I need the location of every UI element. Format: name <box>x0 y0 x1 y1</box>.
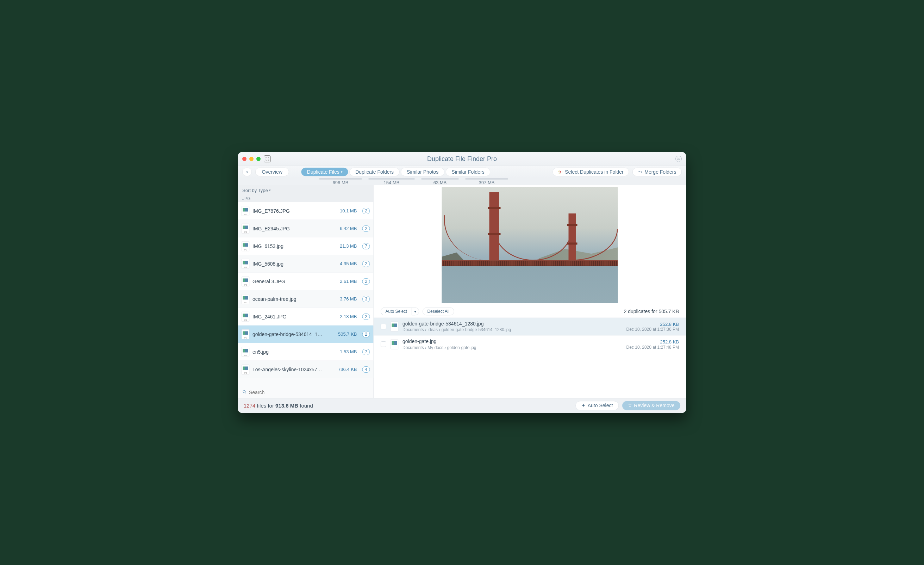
duplicate-info: golden-gate.jpgDocuments › My docs › gol… <box>402 339 622 350</box>
preview-image <box>442 187 618 303</box>
file-thumb-icon <box>242 329 249 339</box>
tab-size: 63 MB <box>434 180 447 185</box>
tab-label: Similar Folders <box>452 169 484 175</box>
app-window: Duplicate File Finder Pro Overview Dupli… <box>238 152 686 413</box>
deselect-all-button[interactable]: Deselect All <box>423 308 454 315</box>
file-row[interactable]: IMG_5608.jpg4.95 MB2 <box>238 255 374 273</box>
toolbar: Overview Duplicate Files ▾ Duplicate Fol… <box>238 165 686 178</box>
file-size: 4.95 MB <box>340 261 357 267</box>
tab-label: Duplicate Folders <box>355 169 394 175</box>
duplicate-path: Documents › ideas › golden-gate-bridge-5… <box>402 327 622 332</box>
file-list: IMG_E7876.JPG10.1 MB2IMG_E2945.JPG6.42 M… <box>238 202 374 387</box>
select-checkbox[interactable] <box>381 342 386 347</box>
zoom-window-button[interactable] <box>256 157 261 161</box>
duplicate-info: golden-gate-bridge-534614_1280.jpgDocume… <box>402 321 622 332</box>
file-thumb-icon <box>242 347 249 357</box>
file-row[interactable]: golden-gate-bridge-534614_1…505.7 KB2 <box>238 326 374 343</box>
svg-point-0 <box>678 159 678 160</box>
duplicate-meta: 252.8 KBDec 10, 2020 at 1:27:48 PM <box>627 339 679 350</box>
file-name: IMG_E7876.JPG <box>252 208 337 214</box>
footer-auto-select-button[interactable]: ✦ Auto Select <box>576 401 619 410</box>
footer-status: 1274 files for 913.6 MB found <box>244 403 313 409</box>
svg-point-1 <box>243 391 245 393</box>
file-name: IMG_5608.jpg <box>252 261 337 267</box>
minimize-window-button[interactable] <box>249 157 254 161</box>
duplicate-name: golden-gate.jpg <box>402 339 622 344</box>
duplicate-row[interactable]: golden-gate-bridge-534614_1280.jpgDocume… <box>374 318 686 336</box>
duplicate-path: Documents › My docs › golden-gate.jpg <box>402 345 622 350</box>
review-remove-label: Review & Remove <box>634 403 674 408</box>
tab-label: Similar Photos <box>407 169 438 175</box>
file-row[interactable]: IMG_E7876.JPG10.1 MB2 <box>238 202 374 220</box>
preview-area <box>374 185 686 305</box>
select-duplicates-label: Select Duplicates in Folder <box>565 169 624 175</box>
file-row[interactable]: en5.jpg1.53 MB7 <box>238 343 374 361</box>
sort-dropdown[interactable]: Sort by Type ▾ <box>238 185 374 195</box>
close-window-button[interactable] <box>242 157 246 161</box>
file-thumb-icon <box>242 365 249 374</box>
file-size: 6.42 MB <box>340 226 357 231</box>
chevron-down-icon: ▾ <box>414 309 416 314</box>
app-scan-icon <box>264 155 271 162</box>
file-thumb-icon <box>242 312 249 322</box>
file-row[interactable]: ocean-palm-tree.jpg3.76 MB3 <box>238 290 374 308</box>
deselect-label: Deselect All <box>427 309 449 314</box>
duplicate-size: 252.8 KB <box>627 339 679 345</box>
duplicate-meta: 252.8 KBDec 10, 2020 at 1:27:36 PM <box>627 321 679 332</box>
sidebar: Sort by Type ▾ JPG IMG_E7876.JPG10.1 MB2… <box>238 185 374 398</box>
duplicate-count-badge: 2 <box>362 314 370 320</box>
duplicate-row[interactable]: golden-gate.jpgDocuments › My docs › gol… <box>374 336 686 354</box>
tab-duplicate-files[interactable]: Duplicate Files ▾ <box>301 168 348 176</box>
wand-icon: ✦ <box>581 403 586 409</box>
file-row[interactable]: General 3.JPG2.61 MB2 <box>238 273 374 290</box>
file-size: 10.1 MB <box>340 208 357 214</box>
back-button[interactable] <box>242 168 252 176</box>
file-thumb-icon <box>242 241 249 251</box>
tab-similar-photos[interactable]: Similar Photos <box>401 168 444 176</box>
status-mid: files for <box>255 403 275 409</box>
duplicate-count-badge: 2 <box>362 261 370 267</box>
search-input[interactable] <box>249 389 369 395</box>
merge-icon: ⤳ <box>638 169 642 175</box>
detail-toolbar: Auto Select ▾ Deselect All 2 duplicates … <box>374 305 686 318</box>
tab-sizes-row: 696 MB 154 MB 63 MB 397 MB <box>238 178 686 185</box>
file-row[interactable]: IMG_E2945.JPG6.42 MB2 <box>238 220 374 237</box>
duplicate-summary: 2 duplicates for 505.7 KB <box>624 308 679 314</box>
chevron-down-icon: ▾ <box>341 170 343 174</box>
file-row[interactable]: IMG_6153.jpg21.3 MB7 <box>238 237 374 255</box>
group-header: JPG <box>238 195 374 202</box>
duplicate-size: 252.8 KB <box>627 321 679 327</box>
file-thumb-icon <box>242 206 249 216</box>
overview-button[interactable]: Overview <box>255 168 289 176</box>
rss-icon[interactable] <box>675 156 682 162</box>
file-thumb-icon <box>242 259 249 269</box>
auto-select-button[interactable]: Auto Select <box>381 308 412 315</box>
tab-size: 696 MB <box>333 180 349 185</box>
auto-select-label: Auto Select <box>386 309 407 314</box>
duplicate-count-badge: 7 <box>362 243 370 249</box>
file-size: 736.4 KB <box>338 367 357 372</box>
tab-duplicate-folders[interactable]: Duplicate Folders <box>350 168 400 176</box>
status-suffix: found <box>298 403 313 409</box>
detail-panel: Auto Select ▾ Deselect All 2 duplicates … <box>374 185 686 398</box>
file-row[interactable]: IMG_2461.JPG2.13 MB2 <box>238 308 374 326</box>
file-size: 2.61 MB <box>340 279 357 284</box>
tab-label: Duplicate Files <box>307 169 339 175</box>
auto-select-dropdown[interactable]: ▾ <box>412 308 419 315</box>
duplicate-count-badge: 3 <box>362 296 370 302</box>
merge-folders-button[interactable]: ⤳ Merge Folders <box>632 168 682 176</box>
file-thumb-icon <box>242 224 249 233</box>
titlebar: Duplicate File Finder Pro <box>238 152 686 165</box>
select-checkbox[interactable] <box>381 324 386 329</box>
file-size: 1.53 MB <box>340 349 357 355</box>
file-row[interactable]: Los-Angeles-skyline-1024x57…736.4 KB4 <box>238 361 374 378</box>
duplicate-list: golden-gate-bridge-534614_1280.jpgDocume… <box>374 318 686 398</box>
file-name: golden-gate-bridge-534614_1… <box>252 332 335 337</box>
review-remove-button[interactable]: Review & Remove <box>622 401 680 410</box>
select-duplicates-button[interactable]: Select Duplicates in Folder <box>553 168 629 176</box>
file-thumb-icon <box>242 294 249 304</box>
tab-similar-folders[interactable]: Similar Folders <box>446 168 490 176</box>
window-controls <box>242 157 261 161</box>
target-icon <box>558 170 562 174</box>
tabs-group: Duplicate Files ▾ Duplicate Folders Simi… <box>301 168 492 176</box>
